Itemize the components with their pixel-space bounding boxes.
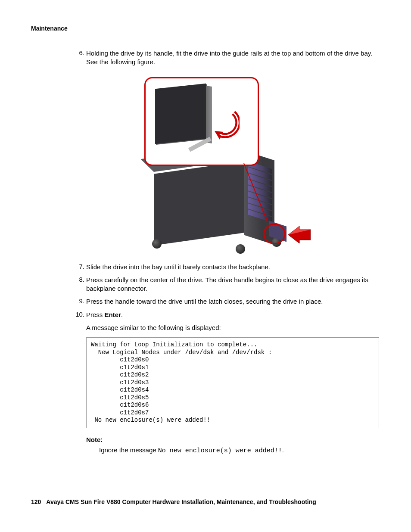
step-10: 10. Press Enter. (72, 311, 380, 319)
step-text: Holding the drive by its handle, fit the… (86, 49, 380, 67)
caster-wheel (152, 239, 162, 249)
step-number: 6. (72, 49, 84, 67)
drive-bay-stack (248, 165, 272, 226)
target-slot-highlight (263, 224, 286, 244)
step-number: 10. (72, 311, 84, 319)
insert-arrow-icon (286, 226, 311, 243)
step-subtext: A message similar to the following is di… (86, 324, 380, 332)
section-header: Maintenance (31, 25, 380, 32)
step-8: 8. Press carefully on the center of the … (72, 276, 380, 293)
step-text-part: Press (86, 311, 105, 318)
page-number: 120 (31, 498, 41, 505)
content-area: 6. Holding the drive by its handle, fit … (72, 49, 380, 455)
note-mono-text: No new enclosure(s) were added!! (158, 447, 282, 454)
terminal-output: Waiting for Loop Initialization to compl… (86, 337, 379, 428)
step-7: 7. Slide the drive into the bay until it… (72, 263, 380, 271)
step-text: Press the handle toward the drive until … (86, 297, 380, 306)
key-name: Enter (105, 311, 121, 318)
step-text: Slide the drive into the bay until it ba… (86, 263, 380, 271)
step-text: Press carefully on the center of the dri… (86, 276, 380, 293)
note-text: Ignore the message (99, 446, 158, 454)
step-text-part: . (121, 311, 123, 318)
note-text: . (282, 446, 284, 454)
footer-title: Avaya CMS Sun Fire V880 Computer Hardwar… (46, 498, 316, 505)
page-footer: 120Avaya CMS Sun Fire V880 Computer Hard… (31, 498, 316, 505)
step-text: Press Enter. (86, 311, 380, 319)
step-number: 7. (72, 263, 84, 271)
step-9: 9. Press the handle toward the drive unt… (72, 297, 380, 306)
figure-wrapper (72, 77, 380, 251)
step-6: 6. Holding the drive by its handle, fit … (72, 49, 380, 67)
callout-box (144, 77, 259, 166)
note-body: Ignore the message No new enclosure(s) w… (99, 446, 380, 455)
drive-insertion-figure (144, 77, 308, 249)
chassis-body (154, 161, 244, 246)
caster-wheel (236, 244, 245, 254)
note-label: Note: (86, 436, 380, 443)
disk-drive (155, 83, 206, 143)
curved-arrow-icon (210, 110, 240, 140)
step-number: 8. (72, 276, 84, 293)
step-number: 9. (72, 297, 84, 306)
